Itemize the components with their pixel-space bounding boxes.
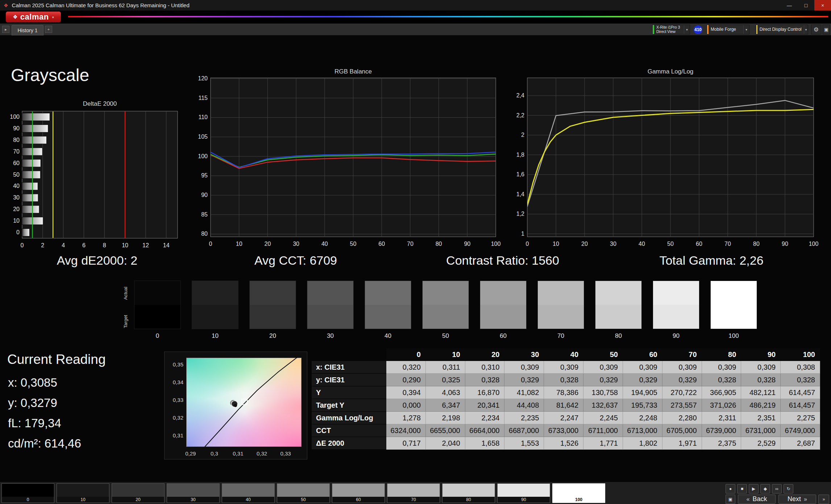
table-cell: 78,386 bbox=[544, 386, 583, 399]
play-button[interactable]: ▶ bbox=[749, 484, 759, 494]
table-cell: 6324,000 bbox=[386, 424, 426, 437]
svg-text:1: 1 bbox=[521, 231, 524, 237]
swatch-level-label: 20 bbox=[249, 332, 296, 340]
pattern-patch-60[interactable]: 60 bbox=[332, 483, 385, 503]
svg-text:80: 80 bbox=[13, 137, 20, 143]
history-prev-button[interactable]: ▸ bbox=[2, 26, 9, 33]
table-cell: 6711,000 bbox=[583, 424, 623, 437]
pattern-patch-70[interactable]: 70 bbox=[387, 483, 440, 503]
svg-text:60: 60 bbox=[378, 241, 385, 247]
pattern-patch-100[interactable]: 100 bbox=[552, 483, 605, 503]
table-col-header: 0 bbox=[386, 348, 426, 361]
skip-forward-button[interactable]: » bbox=[818, 495, 829, 504]
svg-text:50: 50 bbox=[667, 241, 674, 247]
table-cell: 0,394 bbox=[386, 386, 426, 399]
pattern-patch-30[interactable]: 30 bbox=[167, 483, 220, 503]
svg-text:0: 0 bbox=[21, 242, 24, 248]
table-cell: 1,658 bbox=[465, 437, 505, 450]
avg-de2000-readout: Avg dE2000: 2 bbox=[57, 253, 137, 268]
pattern-source-button[interactable]: Mobile Forge ▾ bbox=[707, 25, 749, 34]
svg-text:0,3: 0,3 bbox=[211, 450, 218, 457]
source-name: Mobile Forge bbox=[711, 27, 741, 32]
svg-text:90: 90 bbox=[13, 125, 20, 131]
stop-button[interactable]: ■ bbox=[737, 484, 747, 494]
tab-history-1[interactable]: History 1 bbox=[12, 25, 43, 35]
svg-text:20: 20 bbox=[581, 241, 588, 247]
meter-dropdown-icon[interactable]: ▾ bbox=[684, 25, 690, 34]
table-col-header: 100 bbox=[781, 348, 820, 361]
table-cell: 1,802 bbox=[623, 437, 662, 450]
table-cell: 371,026 bbox=[702, 399, 741, 412]
grayscale-swatch-70 bbox=[537, 281, 584, 329]
table-col-header: 60 bbox=[623, 348, 662, 361]
table-cell: 0,309 bbox=[544, 361, 583, 374]
display-dropdown-icon[interactable]: ▾ bbox=[804, 25, 808, 34]
swatch-target bbox=[365, 305, 411, 329]
swatch-actual bbox=[423, 281, 469, 305]
total-gamma-readout: Total Gamma: 2,26 bbox=[659, 253, 763, 268]
svg-text:0,32: 0,32 bbox=[257, 450, 267, 457]
table-cell: 2,529 bbox=[741, 437, 781, 450]
table-cell: 0,329 bbox=[623, 374, 662, 386]
swatch-level-label: 70 bbox=[537, 332, 584, 340]
table-cell: 0,309 bbox=[702, 361, 741, 374]
svg-text:2: 2 bbox=[41, 242, 44, 248]
pattern-patch-20[interactable]: 20 bbox=[112, 483, 165, 503]
svg-text:8: 8 bbox=[103, 242, 106, 248]
loop-button[interactable]: ∞ bbox=[772, 484, 782, 494]
svg-text:10: 10 bbox=[122, 242, 128, 248]
table-row-label: CCT bbox=[312, 424, 386, 437]
svg-text:0: 0 bbox=[526, 241, 529, 247]
patch-color bbox=[498, 484, 550, 497]
svg-text:95: 95 bbox=[201, 172, 208, 178]
table-cell: 0,328 bbox=[741, 374, 781, 386]
source-dropdown-icon[interactable]: ▾ bbox=[743, 25, 749, 34]
swatch-target bbox=[134, 305, 180, 329]
back-button[interactable]: « Back bbox=[738, 495, 776, 504]
table-cell: 0,328 bbox=[544, 374, 583, 386]
refresh-button[interactable]: ↻ bbox=[784, 484, 793, 494]
table-cell: 6713,000 bbox=[623, 424, 662, 437]
pattern-patch-40[interactable]: 40 bbox=[222, 483, 275, 503]
pattern-window-button[interactable]: ▣ bbox=[726, 495, 735, 504]
table-cell: 6655,000 bbox=[426, 424, 465, 437]
back-arrow-icon: « bbox=[747, 496, 750, 503]
patch-color bbox=[112, 484, 164, 497]
title-bar: ❖ Calman 2025 Calman Ultimate for Busine… bbox=[0, 0, 831, 10]
table-cell: 2,040 bbox=[426, 437, 465, 450]
patch-color bbox=[332, 484, 385, 497]
history-add-button[interactable]: + bbox=[45, 26, 52, 33]
calman-logo-button[interactable]: ❖ calman ▾ bbox=[6, 12, 61, 22]
record-button[interactable]: ● bbox=[726, 484, 735, 494]
display-control-button[interactable]: Direct Display Control ▾ bbox=[756, 25, 808, 34]
table-cell: 20,341 bbox=[465, 399, 505, 412]
swatch-actual bbox=[595, 281, 641, 305]
pattern-patch-10[interactable]: 10 bbox=[57, 483, 109, 503]
panel-toggle-button[interactable]: ▣ bbox=[823, 25, 830, 34]
table-corner bbox=[312, 348, 386, 361]
back-label: Back bbox=[752, 495, 767, 503]
svg-text:100: 100 bbox=[198, 153, 208, 159]
pattern-patch-50[interactable]: 50 bbox=[277, 483, 330, 503]
meter-select-button[interactable]: X-Rite i1Pro 3 Direct View ▾ bbox=[652, 25, 690, 34]
table-cell: 1,278 bbox=[386, 412, 426, 424]
save-button[interactable]: ◆ bbox=[760, 484, 770, 494]
patch-color bbox=[222, 484, 274, 497]
deltae-2000-chart: 100908070605040302010002468101214DeltaE … bbox=[7, 97, 188, 253]
close-button[interactable]: × bbox=[814, 0, 831, 10]
maximize-button[interactable]: □ bbox=[798, 0, 814, 10]
pattern-patch-0[interactable]: 0 bbox=[1, 483, 54, 503]
swatch-level-label: 30 bbox=[307, 332, 354, 340]
svg-text:0,29: 0,29 bbox=[185, 450, 196, 457]
svg-text:10: 10 bbox=[236, 241, 242, 247]
settings-gear-button[interactable]: ⚙ bbox=[811, 25, 821, 34]
minimize-button[interactable]: — bbox=[781, 0, 798, 10]
swatch-target bbox=[711, 305, 757, 329]
pattern-patch-80[interactable]: 80 bbox=[442, 483, 495, 503]
table-row-label: Target Y bbox=[312, 399, 386, 412]
table-cell: 2,248 bbox=[623, 412, 662, 424]
svg-text:30: 30 bbox=[13, 194, 20, 201]
pattern-patch-90[interactable]: 90 bbox=[497, 483, 550, 503]
next-button[interactable]: Next » bbox=[778, 495, 816, 504]
svg-text:20: 20 bbox=[265, 241, 271, 247]
